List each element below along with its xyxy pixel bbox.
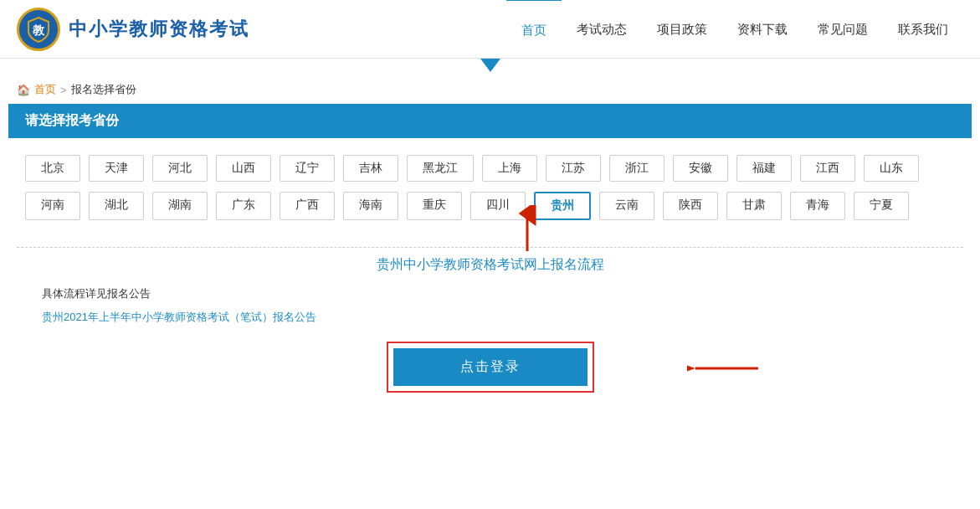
main-nav: 首页 考试动态 项目政策 资料下载 常见问题 联系我们 [506,0,963,59]
province-hebei[interactable]: 河北 [152,155,208,182]
province-tianjin[interactable]: 天津 [89,155,144,182]
province-hainan[interactable]: 海南 [343,192,398,220]
annotation-container: 贵州中小学教师资格考试网上报名流程 具体流程详见报名公告 贵州2021年上半年中… [8,247,972,401]
province-row-2: 河南 湖北 湖南 广东 广西 海南 重庆 四川 贵州 云南 陕西 甘肃 青海 宁… [25,192,955,220]
province-shaanxi[interactable]: 陕西 [663,192,718,220]
province-fujian[interactable]: 福建 [736,155,792,182]
nav-home[interactable]: 首页 [506,0,562,59]
login-btn-wrapper: 点击登录 [387,342,594,393]
province-anhui[interactable]: 安徽 [673,155,728,182]
breadcrumb-separator: > [60,84,67,96]
province-henan[interactable]: 河南 [25,192,80,220]
logo-area: 教 中小学教师资格考试 [17,8,249,51]
breadcrumb-home[interactable]: 首页 [34,82,56,97]
section-banner: 请选择报考省份 [8,104,972,138]
nav-faq[interactable]: 常见问题 [803,0,883,59]
announcement-link[interactable]: 贵州2021年上半年中小学教师资格考试（笔试）报名公告 [42,310,938,325]
breadcrumb: 🏠 首页 > 报名选择省份 [0,75,980,104]
province-beijing[interactable]: 北京 [25,155,80,182]
site-title: 中小学教师资格考试 [69,17,249,42]
nav-policy[interactable]: 项目政策 [642,0,722,59]
province-qinghai[interactable]: 青海 [790,192,845,220]
province-hunan[interactable]: 湖南 [152,192,208,220]
province-heilongjiang[interactable]: 黑龙江 [407,155,474,182]
province-shanxi[interactable]: 山西 [216,155,271,182]
nav-contact[interactable]: 联系我们 [883,0,963,59]
province-zhejiang[interactable]: 浙江 [609,155,664,182]
province-shanghai[interactable]: 上海 [482,155,537,182]
province-guangxi[interactable]: 广西 [280,192,335,220]
nav-exam-news[interactable]: 考试动态 [562,0,642,59]
breadcrumb-current: 报名选择省份 [71,82,136,97]
info-title: 贵州中小学教师资格考试网上报名流程 [42,256,938,274]
info-subtitle: 具体流程详见报名公告 [42,286,938,301]
red-arrow-right-icon [687,352,762,385]
top-blue-arrow-icon [480,59,500,72]
province-row-1: 北京 天津 河北 山西 辽宁 吉林 黑龙江 上海 江苏 浙江 安徽 福建 江西 … [25,155,955,182]
info-section: 贵州中小学教师资格考试网上报名流程 具体流程详见报名公告 贵州2021年上半年中… [17,247,963,401]
province-yunnan[interactable]: 云南 [599,192,654,220]
province-hubei[interactable]: 湖北 [89,192,144,220]
province-ningxia[interactable]: 宁夏 [854,192,909,220]
logo-icon: 教 [17,8,60,51]
svg-text:教: 教 [32,23,45,37]
province-jilin[interactable]: 吉林 [343,155,398,182]
page-header: 教 中小学教师资格考试 首页 考试动态 项目政策 资料下载 常见问题 联系我们 [0,0,980,59]
login-area: 点击登录 [42,342,938,393]
login-button[interactable]: 点击登录 [393,348,587,386]
province-jiangxi[interactable]: 江西 [800,155,855,182]
province-gansu[interactable]: 甘肃 [726,192,782,220]
top-indicator [0,59,980,75]
province-chongqing[interactable]: 重庆 [407,192,462,220]
province-guangdong[interactable]: 广东 [216,192,271,220]
province-liaoning[interactable]: 辽宁 [280,155,335,182]
province-shandong[interactable]: 山东 [864,155,919,182]
breadcrumb-home-icon: 🏠 [17,84,30,96]
nav-download[interactable]: 资料下载 [722,0,803,59]
province-section: 北京 天津 河北 山西 辽宁 吉林 黑龙江 上海 江苏 浙江 安徽 福建 江西 … [0,138,980,247]
province-jiangsu[interactable]: 江苏 [546,155,601,182]
red-arrow-up-icon [494,205,561,255]
